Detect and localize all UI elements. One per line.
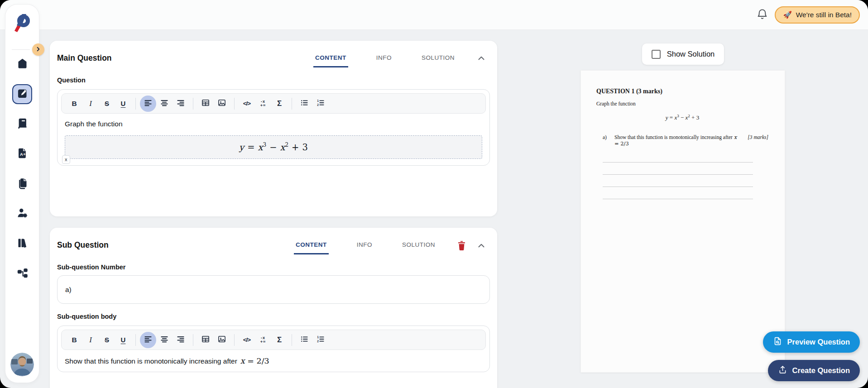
create-question-button[interactable]: Create Question [768, 360, 860, 381]
preview-sub-item: a) Show that this function is monotonica… [596, 134, 768, 147]
avatar-photo [10, 371, 34, 376]
insert-image-button[interactable] [214, 96, 230, 112]
sub-question-number-input[interactable]: a) [57, 275, 490, 304]
answer-line [603, 199, 753, 199]
answer-line [603, 187, 753, 187]
italic-button[interactable]: I [82, 332, 99, 348]
tab-info[interactable]: INFO [355, 240, 374, 254]
editor-toolbar: B I S U </> -x += Σ 12 [61, 330, 486, 350]
show-solution-checkbox[interactable] [652, 50, 661, 59]
show-solution-toggle[interactable]: Show Solution [642, 43, 724, 65]
hierarchy-icon [16, 267, 29, 280]
main-question-editor-body[interactable]: Graph the function y=x3−x2+3 x [61, 114, 486, 159]
toolbar-divider [292, 98, 292, 110]
align-right-icon [176, 335, 185, 345]
answer-line [603, 162, 753, 163]
tab-content[interactable]: CONTENT [313, 53, 348, 67]
sub-question-number-label: Sub-question Number [57, 263, 490, 271]
svg-text:2: 2 [317, 340, 319, 343]
math-input-button[interactable]: -x += [255, 332, 271, 348]
sub-question-header: Sub Question CONTENT INFO SOLUTION [50, 228, 497, 254]
align-center-button[interactable] [156, 332, 173, 348]
sidebar-nav: A+ [5, 54, 39, 283]
align-right-icon [176, 98, 185, 109]
tab-solution[interactable]: SOLUTION [400, 240, 437, 254]
delete-sub-question-button[interactable] [457, 240, 466, 252]
bulleted-list-button[interactable] [296, 96, 312, 112]
insert-table-button[interactable] [197, 96, 214, 112]
delete-formula-chip[interactable]: x [62, 155, 70, 164]
sidebar-item-notebook[interactable] [12, 114, 32, 134]
code-view-button[interactable]: </> [239, 96, 255, 112]
main-question-header: Main Question CONTENT INFO SOLUTION [50, 41, 497, 67]
bulleted-list-button[interactable] [296, 332, 312, 348]
user-avatar[interactable] [10, 353, 34, 376]
tab-content[interactable]: CONTENT [294, 240, 329, 254]
chevron-up-icon [476, 53, 486, 65]
formula: y=x3−x2+3 [239, 142, 308, 153]
numbered-list-button[interactable]: 12 [312, 332, 329, 348]
align-center-icon [160, 335, 169, 345]
sidebar-item-grading[interactable]: A+ [12, 144, 32, 164]
summation-button[interactable]: Σ [271, 96, 288, 112]
sub-question-body-text[interactable]: Show that this function is monotonically… [65, 356, 482, 365]
toolbar-divider [234, 334, 235, 346]
notifications-bell-button[interactable] [755, 8, 769, 22]
top-bar: 🚀 We're still in Beta! [0, 0, 868, 30]
strikethrough-button[interactable]: S [99, 96, 115, 112]
preview-document-icon [773, 336, 782, 348]
main-question-card: Main Question CONTENT INFO SOLUTION Ques… [50, 41, 497, 216]
underline-button[interactable]: U [115, 96, 131, 112]
strikethrough-button[interactable]: S [99, 332, 115, 348]
collapse-sub-question-button[interactable] [476, 241, 486, 252]
collapse-main-question-button[interactable] [476, 53, 486, 65]
tab-info[interactable]: INFO [374, 53, 393, 67]
summation-button[interactable]: Σ [271, 332, 288, 348]
logo-icon [11, 10, 33, 37]
preview-intro-text: Graph the function [596, 101, 768, 106]
align-left-button[interactable] [140, 332, 156, 348]
bold-button[interactable]: B [66, 96, 82, 112]
preview-question-button[interactable]: Preview Question [763, 331, 860, 353]
chevron-up-icon [476, 241, 486, 252]
sidebar-item-user-management[interactable] [12, 204, 32, 224]
question-body-text[interactable]: Graph the function [65, 120, 482, 128]
numbered-list-icon: 12 [316, 335, 325, 345]
answer-lines [603, 162, 753, 199]
sidebar-item-documents[interactable] [12, 174, 32, 194]
toolbar-divider [135, 98, 136, 110]
sidebar-item-hierarchy[interactable] [12, 263, 32, 283]
chevron-right-icon [35, 46, 42, 54]
rocket-icon: 🚀 [783, 11, 791, 19]
sub-question-title: Sub Question [57, 240, 109, 250]
preview-sub-item-text: Show that this function is monotonically… [614, 134, 742, 147]
toolbar-divider [193, 334, 193, 346]
insert-table-button[interactable] [197, 332, 214, 348]
sidebar-item-library[interactable] [12, 234, 32, 254]
align-left-icon [144, 98, 153, 109]
math-formula-block[interactable]: y=x3−x2+3 [65, 135, 482, 159]
align-right-button[interactable] [173, 96, 189, 112]
align-center-button[interactable] [156, 96, 173, 112]
align-left-button[interactable] [140, 96, 156, 112]
app-logo[interactable] [5, 10, 39, 37]
main-question-tabs: CONTENT INFO SOLUTION [313, 53, 456, 67]
numbered-list-button[interactable]: 12 [312, 96, 329, 112]
code-view-button[interactable]: </> [239, 332, 255, 348]
tab-solution[interactable]: SOLUTION [420, 53, 456, 67]
show-solution-label: Show Solution [667, 50, 715, 58]
library-books-icon [16, 237, 29, 250]
align-right-button[interactable] [173, 332, 189, 348]
bold-button[interactable]: B [66, 332, 82, 348]
table-icon [201, 335, 210, 345]
image-icon [217, 98, 226, 109]
sidebar-item-question-editor[interactable] [12, 84, 32, 104]
italic-button[interactable]: I [82, 96, 99, 112]
numbered-list-icon: 12 [316, 98, 325, 109]
sub-question-editor-body[interactable]: Show that this function is monotonically… [61, 350, 486, 365]
math-input-button[interactable]: -x += [255, 96, 271, 112]
sidebar-item-home[interactable] [12, 54, 32, 74]
insert-image-button[interactable] [214, 332, 230, 348]
underline-button[interactable]: U [115, 332, 131, 348]
sidebar-expand-button[interactable] [32, 43, 44, 56]
